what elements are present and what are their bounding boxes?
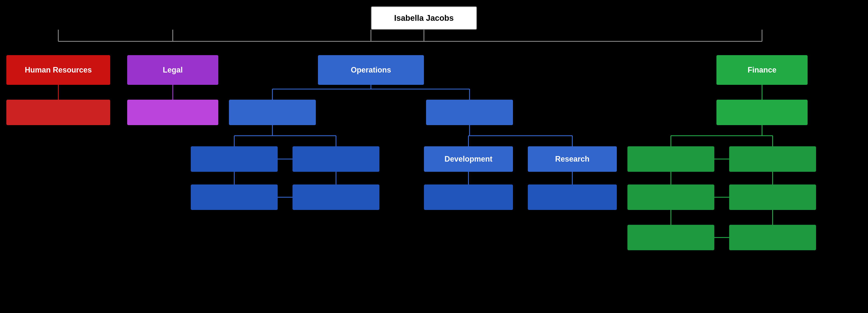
- ops_c1-node: [229, 100, 316, 125]
- fin_r2-node: [627, 184, 714, 210]
- ops_c1_r2-node: [191, 184, 278, 210]
- ops_c1_c2-node: [292, 184, 379, 210]
- fin_r3-node: [627, 225, 714, 250]
- root-node: Isabella Jacobs: [371, 6, 477, 30]
- finance-node: Finance: [716, 55, 808, 85]
- fin_r1-node: [627, 146, 714, 172]
- ops_c1_r1-node: [191, 146, 278, 172]
- legal_child-node: [127, 100, 218, 125]
- hr_child-node: [6, 100, 110, 125]
- fin_rc3-node: [729, 225, 816, 250]
- dev-node: Development: [424, 146, 513, 172]
- res_child-node: [528, 184, 617, 210]
- ops_c2-node: [426, 100, 513, 125]
- fin_rc2-node: [729, 184, 816, 210]
- dev_child-node: [424, 184, 513, 210]
- legal-node: Legal: [127, 55, 218, 85]
- ops_c1_c1-node: [292, 146, 379, 172]
- fin_c1-node: [716, 100, 808, 125]
- fin_rc1-node: [729, 146, 816, 172]
- ops-node: Operations: [318, 55, 424, 85]
- hr-node: Human Resources: [6, 55, 110, 85]
- research-node: Research: [528, 146, 617, 172]
